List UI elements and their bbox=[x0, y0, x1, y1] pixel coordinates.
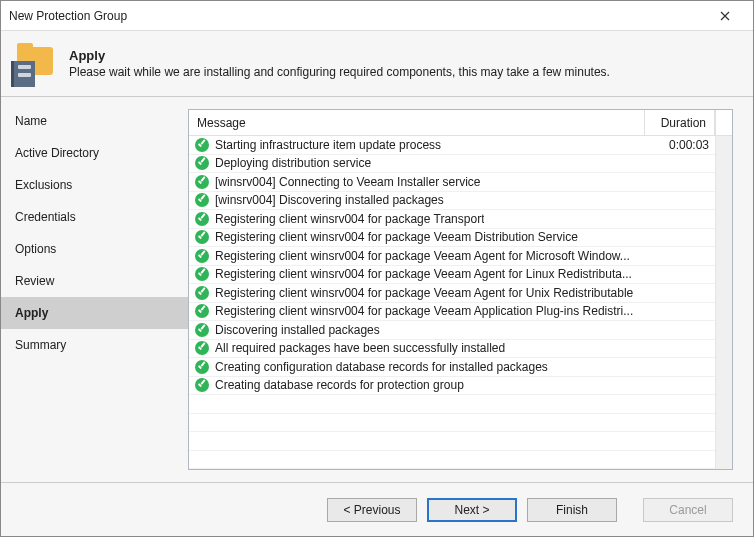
grid-rows: Starting infrastructure item update proc… bbox=[189, 136, 715, 469]
button-label: Finish bbox=[556, 503, 588, 517]
cell-message: Registering client winsrv004 for package… bbox=[189, 230, 645, 244]
sidebar-item-credentials[interactable]: Credentials bbox=[1, 201, 188, 233]
button-label: Cancel bbox=[669, 503, 706, 517]
success-icon bbox=[195, 267, 209, 281]
table-row bbox=[189, 451, 715, 470]
cell-message: All required packages have been successf… bbox=[189, 341, 645, 355]
cell-message: Discovering installed packages bbox=[189, 323, 645, 337]
message-text: All required packages have been successf… bbox=[215, 341, 505, 355]
wizard-window: New Protection Group Apply Please wait w… bbox=[0, 0, 754, 537]
button-label: Next > bbox=[454, 503, 489, 517]
sidebar-item-review[interactable]: Review bbox=[1, 265, 188, 297]
cell-message: [winsrv004] Connecting to Veeam Installe… bbox=[189, 175, 645, 189]
table-row[interactable]: Registering client winsrv004 for package… bbox=[189, 247, 715, 266]
success-icon bbox=[195, 138, 209, 152]
success-icon bbox=[195, 323, 209, 337]
table-row[interactable]: Creating configuration database records … bbox=[189, 358, 715, 377]
wizard-content: Message Duration Starting infrastructure… bbox=[188, 97, 753, 482]
grid-header: Message Duration bbox=[189, 110, 732, 136]
table-row[interactable]: Registering client winsrv004 for package… bbox=[189, 266, 715, 285]
button-label: < Previous bbox=[343, 503, 400, 517]
close-icon bbox=[720, 11, 730, 21]
table-row[interactable]: [winsrv004] Discovering installed packag… bbox=[189, 192, 715, 211]
table-row[interactable]: Starting infrastructure item update proc… bbox=[189, 136, 715, 155]
cancel-button: Cancel bbox=[643, 498, 733, 522]
success-icon bbox=[195, 378, 209, 392]
vertical-scrollbar[interactable] bbox=[715, 136, 732, 469]
previous-button[interactable]: < Previous bbox=[327, 498, 417, 522]
table-row[interactable]: Registering client winsrv004 for package… bbox=[189, 303, 715, 322]
table-row[interactable]: Creating database records for protection… bbox=[189, 377, 715, 396]
cell-message: Registering client winsrv004 for package… bbox=[189, 212, 645, 226]
cell-message: Registering client winsrv004 for package… bbox=[189, 304, 645, 318]
window-title: New Protection Group bbox=[9, 9, 705, 23]
message-text: Creating database records for protection… bbox=[215, 378, 464, 392]
column-header-duration[interactable]: Duration bbox=[645, 110, 715, 135]
cell-message: [winsrv004] Discovering installed packag… bbox=[189, 193, 645, 207]
message-text: Registering client winsrv004 for package… bbox=[215, 212, 484, 226]
grid-rows-viewport: Starting infrastructure item update proc… bbox=[189, 136, 732, 469]
sidebar-item-options[interactable]: Options bbox=[1, 233, 188, 265]
titlebar: New Protection Group bbox=[1, 1, 753, 31]
success-icon bbox=[195, 286, 209, 300]
message-text: Registering client winsrv004 for package… bbox=[215, 286, 633, 300]
sidebar-item-exclusions[interactable]: Exclusions bbox=[1, 169, 188, 201]
success-icon bbox=[195, 156, 209, 170]
cell-message: Deploying distribution service bbox=[189, 156, 645, 170]
table-row[interactable]: Deploying distribution service bbox=[189, 155, 715, 174]
sidebar-item-label: Summary bbox=[15, 338, 66, 352]
success-icon bbox=[195, 193, 209, 207]
success-icon bbox=[195, 212, 209, 226]
cell-message: Registering client winsrv004 for package… bbox=[189, 249, 645, 263]
column-header-message[interactable]: Message bbox=[189, 110, 645, 135]
sidebar-item-label: Active Directory bbox=[15, 146, 99, 160]
table-row bbox=[189, 432, 715, 451]
finish-button[interactable]: Finish bbox=[527, 498, 617, 522]
success-icon bbox=[195, 249, 209, 263]
success-icon bbox=[195, 341, 209, 355]
sidebar-item-label: Options bbox=[15, 242, 56, 256]
sidebar-item-label: Credentials bbox=[15, 210, 76, 224]
message-text: Deploying distribution service bbox=[215, 156, 371, 170]
sidebar-item-summary[interactable]: Summary bbox=[1, 329, 188, 361]
wizard-steps-sidebar: Name Active Directory Exclusions Credent… bbox=[1, 97, 188, 482]
cell-message: Registering client winsrv004 for package… bbox=[189, 267, 645, 281]
message-text: Registering client winsrv004 for package… bbox=[215, 230, 578, 244]
sidebar-item-name[interactable]: Name bbox=[1, 105, 188, 137]
table-row[interactable]: Registering client winsrv004 for package… bbox=[189, 210, 715, 229]
next-button[interactable]: Next > bbox=[427, 498, 517, 522]
sidebar-item-label: Apply bbox=[15, 306, 48, 320]
cell-message: Starting infrastructure item update proc… bbox=[189, 138, 645, 152]
close-button[interactable] bbox=[705, 2, 745, 30]
message-text: Registering client winsrv004 for package… bbox=[215, 249, 630, 263]
wizard-body: Name Active Directory Exclusions Credent… bbox=[1, 97, 753, 482]
wizard-header-text: Apply Please wait while we are installin… bbox=[69, 48, 610, 79]
step-title: Apply bbox=[69, 48, 610, 63]
cell-duration: 0:00:03 bbox=[645, 138, 715, 152]
table-row[interactable]: Registering client winsrv004 for package… bbox=[189, 229, 715, 248]
cell-message: Creating configuration database records … bbox=[189, 360, 645, 374]
table-row[interactable]: Discovering installed packages bbox=[189, 321, 715, 340]
step-description: Please wait while we are installing and … bbox=[69, 65, 610, 79]
message-text: Creating configuration database records … bbox=[215, 360, 548, 374]
cell-message: Registering client winsrv004 for package… bbox=[189, 286, 645, 300]
success-icon bbox=[195, 304, 209, 318]
success-icon bbox=[195, 360, 209, 374]
success-icon bbox=[195, 230, 209, 244]
success-icon bbox=[195, 175, 209, 189]
sidebar-item-label: Name bbox=[15, 114, 47, 128]
wizard-footer: < Previous Next > Finish Cancel bbox=[1, 482, 753, 536]
wizard-header: Apply Please wait while we are installin… bbox=[1, 31, 753, 97]
message-text: Registering client winsrv004 for package… bbox=[215, 304, 633, 318]
sidebar-item-label: Review bbox=[15, 274, 54, 288]
table-row[interactable]: All required packages have been successf… bbox=[189, 340, 715, 359]
table-row bbox=[189, 414, 715, 433]
message-text: Registering client winsrv004 for package… bbox=[215, 267, 632, 281]
cell-message: Creating database records for protection… bbox=[189, 378, 645, 392]
message-text: [winsrv004] Discovering installed packag… bbox=[215, 193, 444, 207]
table-row[interactable]: Registering client winsrv004 for package… bbox=[189, 284, 715, 303]
table-row[interactable]: [winsrv004] Connecting to Veeam Installe… bbox=[189, 173, 715, 192]
sidebar-item-active-directory[interactable]: Active Directory bbox=[1, 137, 188, 169]
sidebar-item-apply[interactable]: Apply bbox=[1, 297, 188, 329]
progress-grid: Message Duration Starting infrastructure… bbox=[188, 109, 733, 470]
